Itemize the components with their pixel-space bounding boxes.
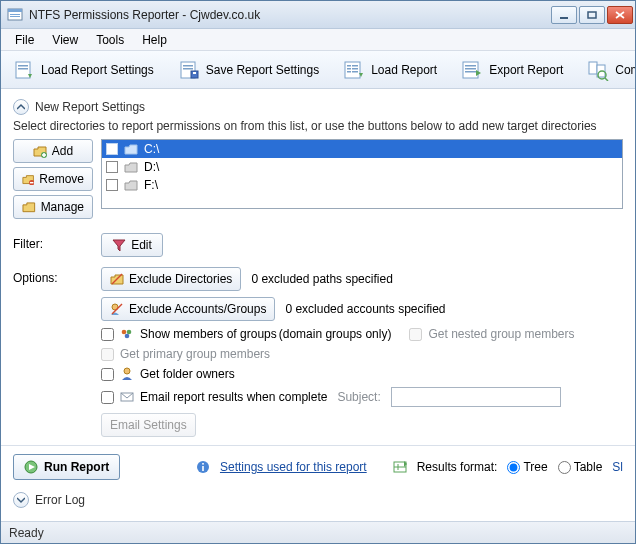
manage-button[interactable]: Manage — [13, 195, 93, 219]
directory-checkbox[interactable] — [106, 143, 118, 155]
exclude-directories-label: Exclude Directories — [129, 272, 232, 286]
svg-rect-21 — [347, 71, 351, 73]
add-button[interactable]: Add — [13, 139, 93, 163]
maximize-button[interactable] — [579, 6, 605, 24]
svg-rect-15 — [193, 72, 196, 74]
svg-rect-4 — [560, 17, 568, 19]
results-format-table[interactable]: Table — [558, 460, 603, 474]
svg-rect-8 — [16, 62, 30, 78]
save-settings-icon — [178, 59, 200, 81]
options-label: Options: — [13, 267, 93, 285]
sl-link[interactable]: Sl — [612, 460, 623, 474]
svg-rect-16 — [345, 62, 360, 78]
exclude-accounts-label: Exclude Accounts/Groups — [129, 302, 266, 316]
export-report-icon — [461, 59, 483, 81]
toolbar-compare-report[interactable]: Compare Repo — [579, 55, 635, 85]
svg-rect-33 — [42, 154, 46, 156]
toolbar-export-report-label: Export Report — [489, 63, 563, 77]
results-format-tree[interactable]: Tree — [507, 460, 547, 474]
get-nested-checkbox[interactable]: Get nested group members — [409, 327, 574, 341]
error-log-title: Error Log — [35, 493, 85, 507]
svg-rect-19 — [347, 68, 351, 70]
run-report-button[interactable]: Run Report — [13, 454, 120, 480]
show-members-checkbox[interactable]: Show members of groups (domain groups on… — [101, 327, 391, 341]
svg-point-42 — [124, 368, 130, 374]
excluded-paths-text: 0 excluded paths specified — [251, 272, 392, 286]
edit-filter-button-label: Edit — [131, 238, 152, 252]
menu-tools[interactable]: Tools — [88, 31, 132, 49]
app-icon — [7, 7, 23, 23]
window-titlebar: NTFS Permissions Reporter - Cjwdev.co.uk — [1, 1, 635, 29]
svg-rect-24 — [465, 65, 476, 67]
svg-point-40 — [127, 330, 132, 335]
collapse-section-button[interactable] — [13, 99, 29, 115]
menu-help[interactable]: Help — [134, 31, 175, 49]
folder-icon — [124, 143, 138, 155]
load-settings-icon — [13, 59, 35, 81]
status-bar: Ready — [1, 521, 635, 543]
section-title: New Report Settings — [35, 100, 145, 114]
svg-rect-35 — [30, 182, 34, 183]
collapse-errorlog-button[interactable] — [13, 492, 29, 508]
folder-icon — [124, 161, 138, 173]
get-folder-owners-label: Get folder owners — [140, 367, 235, 381]
excluded-accounts-text: 0 excluded accounts specified — [285, 302, 445, 316]
directory-list-item[interactable]: C:\ — [102, 140, 622, 158]
svg-rect-47 — [202, 463, 204, 465]
directory-label: F:\ — [144, 178, 158, 192]
menu-bar: File View Tools Help — [1, 29, 635, 51]
subject-input[interactable] — [391, 387, 561, 407]
get-folder-owners-checkbox[interactable]: Get folder owners — [101, 367, 623, 381]
edit-filter-button[interactable]: Edit — [101, 233, 163, 257]
window-title: NTFS Permissions Reporter - Cjwdev.co.uk — [29, 8, 551, 22]
menu-file[interactable]: File — [7, 31, 42, 49]
menu-view[interactable]: View — [44, 31, 86, 49]
directory-list-item[interactable]: D:\ — [102, 158, 622, 176]
toolbar-load-settings-label: Load Report Settings — [41, 63, 154, 77]
get-nested-label: Get nested group members — [428, 327, 574, 341]
status-text: Ready — [9, 526, 44, 540]
directory-label: C:\ — [144, 142, 159, 156]
svg-rect-46 — [202, 466, 204, 471]
svg-rect-5 — [588, 12, 596, 18]
remove-button[interactable]: Remove — [13, 167, 93, 191]
add-button-label: Add — [52, 144, 73, 158]
svg-rect-9 — [18, 65, 28, 67]
tree-radio-label: Tree — [523, 460, 547, 474]
svg-rect-12 — [183, 65, 193, 67]
info-icon — [196, 460, 210, 474]
svg-rect-1 — [8, 9, 22, 12]
email-results-label: Email report results when complete — [140, 390, 327, 404]
toolbar-compare-report-label: Compare Repo — [615, 63, 635, 77]
email-settings-button[interactable]: Email Settings — [101, 413, 196, 437]
main-toolbar: Load Report Settings Save Report Setting… — [1, 51, 635, 89]
toolbar-export-report[interactable]: Export Report — [453, 55, 571, 85]
subject-label: Subject: — [337, 390, 380, 404]
get-primary-checkbox[interactable]: Get primary group members — [101, 347, 623, 361]
toolbar-load-report[interactable]: Load Report — [335, 55, 445, 85]
toolbar-load-report-label: Load Report — [371, 63, 437, 77]
exclude-directories-button[interactable]: Exclude Directories — [101, 267, 241, 291]
group-icon — [120, 327, 134, 341]
minimize-button[interactable] — [551, 6, 577, 24]
close-button[interactable] — [607, 6, 633, 24]
svg-rect-2 — [10, 14, 20, 15]
toolbar-save-settings[interactable]: Save Report Settings — [170, 55, 327, 85]
run-icon — [24, 460, 38, 474]
run-report-label: Run Report — [44, 460, 109, 474]
directory-list-item[interactable]: F:\ — [102, 176, 622, 194]
filter-label: Filter: — [13, 233, 93, 251]
chevron-down-icon — [17, 496, 25, 504]
table-radio-label: Table — [574, 460, 603, 474]
email-icon — [120, 390, 134, 404]
directory-list[interactable]: C:\D:\F:\ — [101, 139, 623, 209]
email-results-checkbox[interactable]: Email report results when complete — [101, 390, 327, 404]
svg-rect-23 — [463, 62, 478, 78]
directory-checkbox[interactable] — [106, 161, 118, 173]
bottom-toolbar: Run Report Settings used for this report… — [1, 445, 635, 484]
settings-used-link[interactable]: Settings used for this report — [220, 460, 367, 474]
exclude-accounts-button[interactable]: Exclude Accounts/Groups — [101, 297, 275, 321]
toolbar-load-settings[interactable]: Load Report Settings — [5, 55, 162, 85]
directory-checkbox[interactable] — [106, 179, 118, 191]
svg-rect-13 — [183, 68, 193, 70]
